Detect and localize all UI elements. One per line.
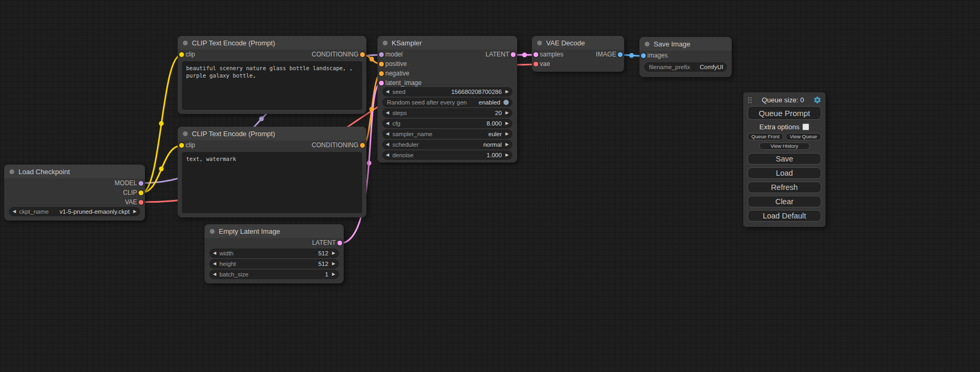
node-vae-decode[interactable]: VAE Decode samples IMAGE vae bbox=[532, 36, 624, 72]
output-socket-conditioning[interactable] bbox=[360, 52, 365, 57]
decrement-arrow-icon[interactable] bbox=[386, 90, 389, 94]
scheduler-widget[interactable]: scheduler normal bbox=[382, 140, 512, 149]
widget-value: v1-5-pruned-emaonly.ckpt bbox=[60, 208, 130, 215]
sampler-name-widget[interactable]: sampler_name euler bbox=[382, 129, 512, 139]
slot-label: clip bbox=[186, 141, 195, 149]
filename-prefix-widget[interactable]: filename_prefix ComfyUI bbox=[644, 62, 727, 72]
ckpt-name-widget[interactable]: ckpt_name v1-5-pruned-emaonly.ckpt bbox=[9, 207, 140, 216]
decrement-arrow-icon[interactable] bbox=[386, 121, 389, 126]
input-socket-images[interactable] bbox=[641, 53, 646, 58]
cfg-widget[interactable]: cfg 8.000 bbox=[382, 119, 512, 128]
input-socket-latent-image[interactable] bbox=[379, 81, 384, 85]
node-load-checkpoint[interactable]: Load Checkpoint MODEL CLIP VAE ckpt_name… bbox=[4, 165, 145, 221]
refresh-button[interactable]: Refresh bbox=[748, 182, 821, 193]
collapse-dot-icon[interactable] bbox=[537, 41, 542, 45]
node-ksampler[interactable]: KSampler model LATENT positive negative … bbox=[377, 36, 517, 163]
output-socket-latent[interactable] bbox=[337, 241, 342, 245]
widget-value: 20 bbox=[495, 110, 502, 116]
input-socket-clip[interactable] bbox=[179, 143, 184, 148]
clear-button[interactable]: Clear bbox=[748, 196, 821, 207]
collapse-dot-icon[interactable] bbox=[183, 131, 188, 136]
increment-arrow-icon[interactable] bbox=[502, 142, 509, 147]
node-title-bar[interactable]: KSampler bbox=[377, 36, 517, 50]
node-graph-canvas[interactable]: Load Checkpoint MODEL CLIP VAE ckpt_name… bbox=[0, 0, 980, 372]
settings-gear-icon[interactable] bbox=[813, 96, 821, 104]
increment-arrow-icon[interactable] bbox=[502, 132, 509, 136]
input-slot-vae: vae bbox=[532, 59, 624, 69]
node-title-bar[interactable]: Empty Latent Image bbox=[205, 224, 344, 238]
batch-size-widget[interactable]: batch_size 1 bbox=[209, 270, 339, 279]
height-widget[interactable]: height 512 bbox=[209, 259, 339, 269]
collapse-dot-icon[interactable] bbox=[210, 229, 215, 234]
decrement-arrow-icon[interactable] bbox=[213, 272, 216, 276]
width-widget[interactable]: width 512 bbox=[209, 249, 339, 258]
decrement-arrow-icon[interactable] bbox=[386, 153, 389, 157]
output-socket-image[interactable] bbox=[618, 52, 623, 57]
increment-arrow-icon[interactable] bbox=[130, 209, 137, 214]
input-socket-negative[interactable] bbox=[379, 71, 384, 76]
output-socket-conditioning[interactable] bbox=[360, 143, 365, 148]
input-socket-model[interactable] bbox=[379, 52, 384, 57]
output-socket-model[interactable] bbox=[139, 181, 143, 186]
decrement-arrow-icon[interactable] bbox=[386, 132, 389, 136]
slot-label: LATENT bbox=[312, 239, 336, 246]
node-save-image[interactable]: Save Image images filename_prefix ComfyU… bbox=[639, 37, 732, 77]
collapse-dot-icon[interactable] bbox=[383, 41, 387, 45]
increment-arrow-icon[interactable] bbox=[328, 262, 335, 266]
node-clip-text-encode-positive[interactable]: CLIP Text Encode (Prompt) clip CONDITION… bbox=[178, 36, 366, 114]
input-socket-positive[interactable] bbox=[379, 62, 384, 66]
node-title: CLIP Text Encode (Prompt) bbox=[192, 39, 275, 47]
widget-label: denoise bbox=[392, 152, 413, 158]
queue-size-label: Queue size: 0 bbox=[752, 96, 813, 104]
slot-label: model bbox=[385, 51, 403, 58]
node-title-bar[interactable]: Save Image bbox=[639, 37, 732, 51]
queue-prompt-button[interactable]: Queue Prompt bbox=[748, 106, 821, 120]
positive-prompt-textarea[interactable]: beautiful scenery nature glass bottle la… bbox=[182, 61, 362, 110]
queue-front-button[interactable]: Queue Front bbox=[748, 133, 783, 140]
node-title-bar[interactable]: CLIP Text Encode (Prompt) bbox=[178, 36, 366, 50]
widget-label: steps bbox=[392, 110, 407, 116]
node-title-bar[interactable]: CLIP Text Encode (Prompt) bbox=[178, 127, 366, 140]
toggle-dot[interactable] bbox=[503, 100, 509, 105]
node-clip-text-encode-negative[interactable]: CLIP Text Encode (Prompt) clip CONDITION… bbox=[178, 127, 366, 217]
increment-arrow-icon[interactable] bbox=[502, 90, 509, 94]
decrement-arrow-icon[interactable] bbox=[386, 142, 389, 147]
node-empty-latent-image[interactable]: Empty Latent Image LATENT width 512 heig… bbox=[205, 224, 344, 283]
decrement-arrow-icon[interactable] bbox=[213, 251, 216, 255]
slot-row: clip CONDITIONING bbox=[178, 140, 366, 150]
steps-widget[interactable]: steps 20 bbox=[382, 108, 512, 118]
seed-widget[interactable]: seed 156680208700286 bbox=[382, 87, 512, 97]
decrement-arrow-icon[interactable] bbox=[386, 111, 389, 115]
output-socket-latent[interactable] bbox=[511, 52, 516, 57]
input-socket-samples[interactable] bbox=[533, 52, 538, 57]
collapse-dot-icon[interactable] bbox=[645, 42, 649, 46]
collapse-dot-icon[interactable] bbox=[9, 169, 14, 174]
slot-label: clip bbox=[186, 51, 195, 58]
decrement-arrow-icon[interactable] bbox=[213, 262, 216, 266]
save-button[interactable]: Save bbox=[748, 153, 821, 165]
increment-arrow-icon[interactable] bbox=[502, 111, 509, 115]
extra-options-checkbox[interactable] bbox=[802, 123, 809, 130]
view-queue-button[interactable]: View Queue bbox=[785, 133, 821, 140]
extra-options-label: Extra options bbox=[760, 123, 800, 131]
increment-arrow-icon[interactable] bbox=[502, 121, 509, 126]
drag-handle-icon[interactable] bbox=[748, 97, 752, 103]
input-socket-clip[interactable] bbox=[179, 52, 184, 57]
view-history-button[interactable]: View History bbox=[759, 142, 810, 150]
negative-prompt-textarea[interactable]: text, watermark bbox=[182, 152, 362, 213]
load-button[interactable]: Load bbox=[748, 167, 821, 179]
load-default-button[interactable]: Load Default bbox=[748, 210, 821, 222]
input-socket-vae[interactable] bbox=[533, 62, 538, 66]
node-title-bar[interactable]: VAE Decode bbox=[532, 36, 624, 50]
slot-label: MODEL bbox=[114, 179, 137, 187]
output-socket-vae[interactable] bbox=[139, 200, 143, 205]
output-socket-clip[interactable] bbox=[139, 190, 143, 195]
random-seed-toggle-widget[interactable]: Random seed after every gen enabled bbox=[382, 98, 512, 107]
collapse-dot-icon[interactable] bbox=[183, 41, 188, 45]
denoise-widget[interactable]: denoise 1.000 bbox=[382, 150, 512, 160]
node-title-bar[interactable]: Load Checkpoint bbox=[4, 165, 145, 178]
decrement-arrow-icon[interactable] bbox=[13, 209, 16, 214]
increment-arrow-icon[interactable] bbox=[328, 272, 335, 276]
increment-arrow-icon[interactable] bbox=[328, 251, 335, 255]
increment-arrow-icon[interactable] bbox=[502, 153, 509, 157]
